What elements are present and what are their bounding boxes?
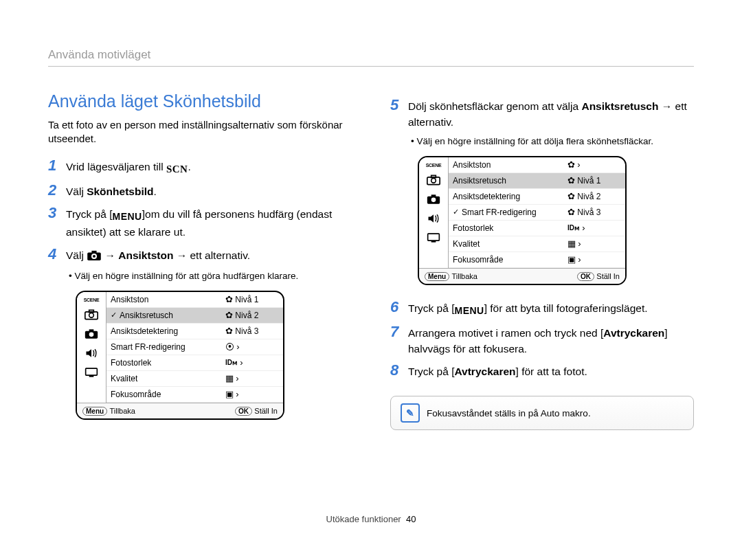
- value-item[interactable]: ✿ Nivå 1: [221, 292, 283, 308]
- quality-icon: ▦: [225, 373, 234, 383]
- list-item[interactable]: Kvalitet: [449, 236, 563, 252]
- value-item[interactable]: ✿ Nivå 2: [221, 308, 283, 324]
- list-item[interactable]: ✓Ansiktsretusch: [106, 308, 221, 324]
- panel-values: ✿ Nivå 1 ✿ Nivå 2 ✿ Nivå 3 ⦿ › IDᴍ › ▦ ›…: [221, 292, 283, 403]
- list-item[interactable]: Ansiktsretusch: [449, 173, 563, 189]
- speaker-icon: [424, 211, 443, 226]
- step-6: 6 Tryck på [MENU] för att byta till foto…: [390, 299, 694, 318]
- chevron-right-icon: ›: [577, 159, 580, 170]
- ok-button[interactable]: OK: [235, 407, 252, 416]
- svg-point-6: [89, 313, 94, 317]
- face-level-icon: ✿: [567, 175, 575, 186]
- svg-rect-10: [86, 368, 98, 375]
- step-3: 3 Tryck på [MENU]om du vill få personens…: [48, 205, 352, 240]
- menu-button[interactable]: Menu: [82, 407, 107, 416]
- value-item[interactable]: ✿ Nivå 3: [221, 324, 283, 339]
- menu-icon: MENU: [454, 304, 484, 318]
- camera-fill-icon: [424, 192, 443, 207]
- panel-list: Ansiktston Ansiktsretusch Ansiktsdetekte…: [449, 157, 563, 268]
- chevron-right-icon: ›: [582, 223, 585, 233]
- value-item[interactable]: ▣ ›: [563, 252, 625, 268]
- value-item[interactable]: IDᴍ ›: [221, 355, 283, 371]
- svg-rect-19: [431, 241, 436, 243]
- panel-values: ✿ › ✿ Nivå 1 ✿ Nivå 2 ✿ Nivå 3 IDᴍ › ▦ ›…: [563, 157, 625, 268]
- focus-area-icon: ▣: [225, 389, 234, 399]
- value-item[interactable]: ⦿ ›: [221, 339, 283, 355]
- value-item[interactable]: ✿ Nivå 3: [563, 205, 625, 221]
- svg-rect-18: [428, 234, 440, 240]
- step-8: 8 Tryck på [Avtryckaren] för att ta foto…: [390, 362, 694, 379]
- face-level-icon: ✿: [225, 310, 233, 320]
- list-item[interactable]: Ansiktston: [449, 157, 563, 173]
- chevron-right-icon: ›: [578, 254, 581, 265]
- chevron-right-icon: ›: [236, 341, 239, 352]
- check-icon: ✓: [111, 311, 117, 320]
- menu-icon: MENU: [112, 210, 142, 224]
- step-7: 7 Arrangera motivet i ramen och tryck ne…: [390, 324, 694, 357]
- camera-icon: [82, 307, 101, 322]
- value-item[interactable]: ✿ ›: [563, 157, 625, 173]
- chevron-right-icon: ›: [236, 389, 238, 399]
- panel-left-rail: SCENE: [77, 292, 106, 403]
- menu-panel-left: SCENE: [76, 291, 284, 420]
- value-item[interactable]: IDᴍ ›: [563, 221, 625, 236]
- ok-button[interactable]: OK: [577, 272, 594, 281]
- camera-icon: [424, 172, 443, 188]
- face-level-icon: ✿: [567, 159, 575, 170]
- face-level-icon: ✿: [225, 294, 233, 304]
- panel-left-rail: SCENE: [419, 157, 449, 268]
- value-item[interactable]: ▦ ›: [221, 371, 283, 387]
- list-item[interactable]: Ansiktston: [106, 292, 221, 308]
- value-item[interactable]: ▣ ›: [221, 387, 283, 403]
- step-number: 3: [48, 205, 66, 221]
- step-number: 1: [48, 157, 66, 174]
- quality-icon: ▦: [567, 238, 576, 249]
- screen-icon: [82, 365, 101, 380]
- camera-icon: [87, 249, 102, 265]
- list-item[interactable]: Kvalitet: [106, 371, 221, 387]
- screen-icon: [424, 230, 443, 245]
- step-2: 2 Välj Skönhetsbild.: [48, 182, 352, 199]
- footer-ok-label: Ställ In: [254, 407, 278, 415]
- step-number: 5: [390, 97, 408, 113]
- chevron-right-icon: ›: [236, 373, 238, 383]
- bullet-note: Välj en högre inställning för att dölja …: [418, 136, 694, 146]
- step-4: 4 Välj → Ansiktston → ett alternativ.: [48, 246, 352, 265]
- right-column: 5 Dölj skönhetsfläckar genom att välja A…: [390, 91, 694, 434]
- list-item[interactable]: Fokusområde: [106, 387, 221, 403]
- speaker-icon: [82, 346, 101, 361]
- focus-area-icon: ▣: [567, 254, 576, 265]
- panel-list: Ansiktston ✓Ansiktsretusch Ansiktsdetekt…: [106, 292, 221, 403]
- value-item[interactable]: ✿ Nivå 2: [563, 189, 625, 205]
- size-icon: IDᴍ: [225, 359, 238, 366]
- list-item[interactable]: ✓Smart FR-redigering: [449, 205, 563, 221]
- step-number: 6: [390, 299, 408, 315]
- svg-rect-16: [431, 194, 436, 197]
- svg-rect-1: [92, 250, 97, 253]
- list-item[interactable]: Ansiktsdetektering: [106, 324, 221, 339]
- breadcrumb: Använda motivläget: [48, 48, 694, 67]
- list-item[interactable]: Fokusområde: [449, 252, 563, 268]
- list-item[interactable]: Fotostorlek: [106, 355, 221, 371]
- svg-point-17: [431, 197, 436, 202]
- menu-panel-right: SCENE: [418, 156, 627, 285]
- step-number: 4: [48, 246, 66, 262]
- list-item[interactable]: Fotostorlek: [449, 221, 563, 236]
- section-heading: Använda läget Skönhetsbild: [48, 91, 352, 111]
- menu-button[interactable]: Menu: [425, 272, 449, 281]
- step-number: 8: [390, 362, 408, 379]
- info-icon: ✎: [401, 403, 420, 423]
- left-column: Använda läget Skönhetsbild Ta ett foto a…: [48, 91, 352, 434]
- footer-back-label: Tillbaka: [109, 407, 135, 415]
- value-item[interactable]: ▦ ›: [563, 236, 625, 252]
- camera-fill-icon: [82, 326, 101, 341]
- value-item[interactable]: ✿ Nivå 1: [563, 173, 625, 189]
- face-level-icon: ✿: [567, 191, 575, 201]
- footer-back-label: Tillbaka: [451, 272, 477, 280]
- face-level-icon: ✿: [225, 326, 233, 336]
- list-item[interactable]: Smart FR-redigering: [106, 339, 221, 355]
- list-item[interactable]: Ansiktsdetektering: [449, 189, 563, 205]
- step-1: 1 Vrid lägesväljaren till SCN.: [48, 157, 352, 177]
- bullet-note: Välj en högre inställning för att göra h…: [76, 271, 352, 281]
- page-number: 40: [406, 514, 416, 524]
